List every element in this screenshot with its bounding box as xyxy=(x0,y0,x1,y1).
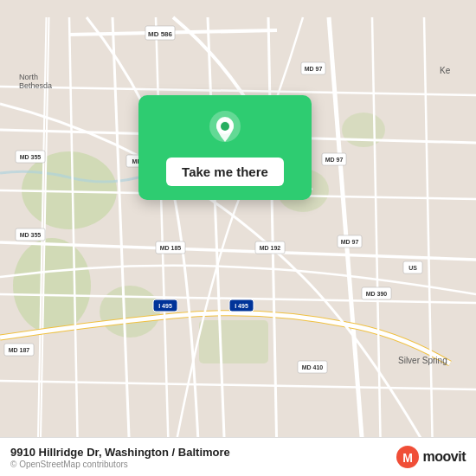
svg-text:Bethesda: Bethesda xyxy=(19,81,52,90)
svg-line-19 xyxy=(69,17,78,459)
svg-line-21 xyxy=(372,17,381,459)
bottom-bar: 9910 Hillridge Dr, Washington / Baltimor… xyxy=(0,437,476,476)
copyright-text: © OpenStreetMap contributors xyxy=(10,460,230,469)
map-container: MD 586 MD 97 MD 97 MD 97 MD 355 MD 355 M… xyxy=(0,0,476,476)
address-text: 9910 Hillridge Dr, Washington / Baltimor… xyxy=(10,446,230,459)
svg-text:MD 97: MD 97 xyxy=(305,66,323,72)
svg-line-22 xyxy=(424,17,433,459)
svg-text:M: M xyxy=(402,451,413,465)
map-roads: MD 586 MD 97 MD 97 MD 97 MD 355 MD 355 M… xyxy=(0,0,476,476)
moovit-brand-text: moovit xyxy=(423,449,466,465)
svg-text:Ke: Ke xyxy=(440,66,451,75)
svg-text:MD 586: MD 586 xyxy=(148,30,173,38)
location-pin-icon xyxy=(206,111,244,149)
svg-text:North: North xyxy=(19,73,38,81)
svg-text:MD 355: MD 355 xyxy=(20,154,42,160)
svg-point-1 xyxy=(13,238,91,333)
svg-point-2 xyxy=(100,286,160,338)
location-card[interactable]: Take me there xyxy=(138,95,312,200)
svg-text:MD 97: MD 97 xyxy=(325,157,344,163)
svg-text:MD 192: MD 192 xyxy=(260,245,281,251)
svg-line-12 xyxy=(113,17,130,459)
bottom-info: 9910 Hillridge Dr, Washington / Baltimor… xyxy=(10,446,230,469)
svg-text:MD 355: MD 355 xyxy=(20,232,42,238)
svg-text:Silver Spring: Silver Spring xyxy=(398,356,447,365)
svg-point-61 xyxy=(221,122,229,131)
svg-text:I 495: I 495 xyxy=(158,303,172,309)
svg-point-4 xyxy=(342,113,385,147)
svg-text:MD 187: MD 187 xyxy=(9,347,30,353)
svg-text:MD 410: MD 410 xyxy=(302,364,324,370)
svg-text:I 495: I 495 xyxy=(235,303,248,309)
svg-rect-5 xyxy=(199,320,268,363)
moovit-logo: M moovit xyxy=(396,445,466,469)
moovit-icon: M xyxy=(396,445,420,469)
take-me-there-button[interactable]: Take me there xyxy=(166,158,284,186)
svg-line-13 xyxy=(208,17,225,459)
svg-line-20 xyxy=(156,17,169,459)
svg-text:US: US xyxy=(408,265,417,271)
svg-text:MD 97: MD 97 xyxy=(341,239,359,245)
svg-text:MD 185: MD 185 xyxy=(160,245,182,251)
svg-text:MD 390: MD 390 xyxy=(366,291,388,297)
svg-line-18 xyxy=(0,381,476,389)
svg-line-14 xyxy=(268,17,277,459)
